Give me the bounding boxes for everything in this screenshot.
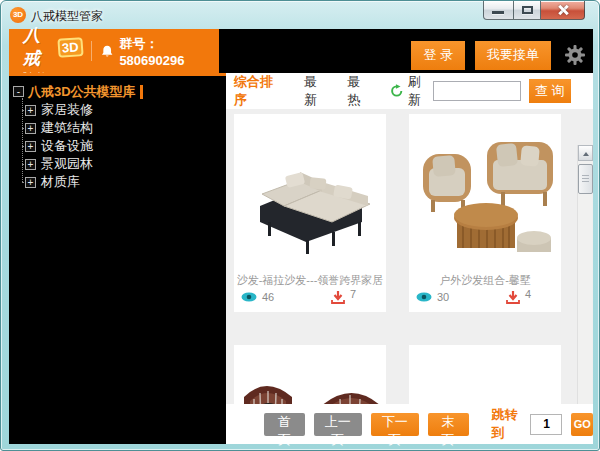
go-button[interactable]: GO [571, 413, 593, 436]
expand-icon[interactable]: + [25, 141, 36, 152]
settings-gear-icon[interactable] [563, 43, 587, 67]
sort-toolbar: 综合排序 最新 最热 刷新 查 询 [226, 73, 593, 109]
app-logo-icon: 3D [10, 7, 26, 23]
tree-children: + 家居装修 + 建筑结构 + 设备设施 + 景观园林 [22, 101, 226, 191]
last-page-button[interactable]: 末 页 [428, 413, 469, 436]
titlebar: 3D 八戒模型管家 [1, 1, 599, 29]
model-thumbnail [409, 345, 561, 404]
sort-combined-link[interactable]: 综合排序 [234, 73, 284, 109]
download-count: 7 [331, 291, 356, 304]
window-frame: 3D 八戒模型管家 八戒 3D 3d.zbj.com [0, 0, 600, 451]
prev-page-button[interactable]: 上一页 [314, 413, 362, 436]
view-count: 30 [416, 291, 449, 303]
eye-icon [241, 292, 257, 302]
view-count: 46 [241, 291, 274, 303]
minimize-icon [492, 11, 504, 14]
model-card-sofa[interactable]: 沙发-福拉沙发---领誉跨界家居 46 [234, 114, 386, 312]
model-stats: 30 4 [409, 286, 561, 312]
selection-caret [140, 85, 143, 99]
expand-icon[interactable]: + [25, 123, 36, 134]
model-title: 沙发-福拉沙发---领誉跨界家居 [234, 266, 386, 286]
jump-to-label: 跳转到 [492, 406, 522, 442]
model-card-partial[interactable] [234, 345, 386, 404]
maximize-icon [522, 6, 533, 14]
brand-logo: 八戒 3D 3d.zbj.com [23, 24, 83, 78]
category-sidebar: - 八戒3D公共模型库 + 家居装修 + 建筑结构 + 设备设施 [9, 73, 226, 444]
download-icon [331, 291, 345, 304]
brand-3d-badge: 3D [58, 37, 84, 58]
first-page-button[interactable]: 首 页 [264, 413, 305, 436]
sort-hottest-link[interactable]: 最热 [347, 73, 372, 109]
brand-logo-text: 八戒 [23, 24, 56, 70]
next-page-button[interactable]: 下一页 [371, 413, 419, 436]
brand-panel: 八戒 3D 3d.zbj.com 群号：580690296 [9, 29, 219, 73]
expand-icon[interactable]: + [25, 159, 36, 170]
refresh-icon [390, 84, 403, 98]
tree-item-facilities[interactable]: + 设备设施 [22, 137, 226, 155]
close-button[interactable] [541, 1, 585, 20]
tree-item-home-decor[interactable]: + 家居装修 [22, 101, 226, 119]
model-thumbnail [234, 114, 386, 266]
thumb-grip-icon [582, 175, 589, 182]
scrollbar-thumb[interactable] [578, 164, 593, 194]
download-count: 4 [506, 291, 531, 304]
qq-group-number: 群号：580690296 [119, 35, 219, 68]
tree-item-architecture[interactable]: + 建筑结构 [22, 119, 226, 137]
model-card-outdoor-set[interactable]: 户外沙发组合-馨墅 30 [409, 114, 561, 312]
window-controls [483, 1, 585, 20]
minimize-button[interactable] [483, 1, 513, 20]
model-thumbnail [234, 345, 386, 404]
model-title: 户外沙发组合-馨墅 [409, 266, 561, 286]
window-title: 八戒模型管家 [31, 8, 103, 25]
tree-item-landscape[interactable]: + 景观园林 [22, 155, 226, 173]
sort-newest-link[interactable]: 最新 [304, 73, 329, 109]
app-window: 八戒 3D 3d.zbj.com 群号：580690296 登 录 我要接单 [9, 29, 593, 444]
app-header: 八戒 3D 3d.zbj.com 群号：580690296 登 录 我要接单 [9, 29, 593, 73]
pagination-bar: 首 页 上一页 下一页 末 页 跳转到 GO [226, 404, 593, 444]
orders-button[interactable]: 我要接单 [475, 41, 551, 70]
main-content: 综合排序 最新 最热 刷新 查 询 [226, 73, 593, 444]
model-thumbnail [409, 114, 561, 266]
model-grid: 沙发-福拉沙发---领誉跨界家居 46 [226, 109, 593, 404]
expand-icon[interactable]: + [25, 177, 36, 188]
vertical-scrollbar[interactable] [577, 145, 592, 404]
arrow-up-icon [583, 149, 589, 156]
model-card-partial[interactable] [409, 345, 561, 404]
collapse-icon[interactable]: - [13, 86, 24, 97]
qq-group: 群号：580690296 [100, 35, 219, 68]
search-input[interactable] [433, 81, 521, 101]
scroll-up-button[interactable] [578, 145, 593, 161]
header-divider [91, 41, 92, 61]
model-stats: 46 7 [234, 286, 386, 312]
tree-item-materials[interactable]: + 材质库 [22, 173, 226, 191]
download-icon [506, 291, 520, 304]
close-icon [558, 5, 568, 15]
maximize-button[interactable] [513, 1, 541, 20]
tree-root-library[interactable]: - 八戒3D公共模型库 [13, 82, 226, 101]
bell-icon [100, 44, 114, 59]
header-actions: 登 录 我要接单 [219, 37, 593, 73]
search-button[interactable]: 查 询 [529, 79, 571, 103]
expand-icon[interactable]: + [25, 105, 36, 116]
eye-icon [416, 292, 432, 302]
login-button[interactable]: 登 录 [411, 41, 465, 70]
refresh-link[interactable]: 刷新 [390, 73, 432, 109]
jump-page-input[interactable] [530, 414, 562, 435]
